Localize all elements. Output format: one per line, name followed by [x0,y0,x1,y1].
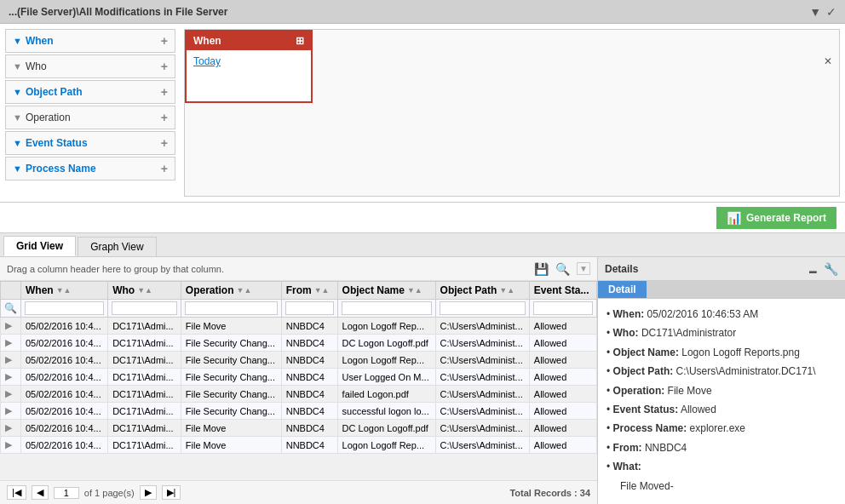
page-number-input[interactable] [54,487,79,499]
details-header-icons: 🗕 🔧 [807,262,838,276]
table-row[interactable]: ▶ 05/02/2016 10:4... DC171\Admi... File … [1,437,597,454]
data-table: When ▼▲ Who ▼▲ [0,281,597,454]
filter-label-event-status: ▼ Event Status [13,137,88,149]
search-input-from[interactable] [285,301,334,315]
detail-bullet: • [606,404,613,415]
col-header-event-status[interactable]: Event Sta... [529,282,596,300]
filter-panel: ▼ When + ▼ Who + ▼ Object Path + [0,24,845,203]
details-settings-icon[interactable]: 🔧 [824,262,838,276]
col-header-object-name[interactable]: Object Name ▼▲ [337,282,435,300]
cell-from: NNBDC4 [281,420,337,437]
table-row[interactable]: ▶ 05/02/2016 10:4... DC171\Admi... File … [1,420,597,437]
scroll-down-icon[interactable]: ▼ [577,262,590,275]
filter-add-when[interactable]: + [161,34,168,48]
detail-bullet: • [606,346,613,358]
page-prev-button[interactable]: ◀ [32,485,49,500]
cell-from: NNBDC4 [281,335,337,352]
search-filter-row: 🔍 [1,300,597,318]
filter-icon[interactable]: ▼ [809,5,821,19]
search-input-operation[interactable] [185,301,278,315]
filter-item-process-name[interactable]: ▼ Process Name + [5,157,175,180]
detail-bullet: • [606,365,613,377]
page-first-button[interactable]: |◀ [7,485,26,500]
details-minimize-icon[interactable]: 🗕 [807,262,819,276]
filter-add-who[interactable]: + [161,60,168,73]
cell-operation: File Move [181,420,281,437]
when-remove-icon[interactable]: ✕ [824,55,832,67]
col-header-operation[interactable]: Operation ▼▲ [181,282,281,300]
when-card-close-icon[interactable]: ⊞ [296,35,304,47]
search-cell-object-path[interactable] [435,300,529,318]
save-icon[interactable]: 💾 [534,262,549,276]
cell-when: 05/02/2016 10:4... [21,318,108,335]
when-card: When ⊞ Today [185,30,313,103]
funnel-icon-operation: ▼ [13,112,22,123]
cell-when: 05/02/2016 10:4... [21,420,108,437]
details-tab-detail[interactable]: Detail [598,281,647,298]
col-header-who[interactable]: Who ▼▲ [108,282,181,300]
table-row[interactable]: ▶ 05/02/2016 10:4... DC171\Admi... File … [1,403,597,420]
search-input-when[interactable] [25,301,104,315]
table-container: When ▼▲ Who ▼▲ [0,281,597,480]
col-header-when[interactable]: When ▼▲ [21,282,108,300]
search-icon-expand: 🔍 [4,302,17,314]
detail-field: • Object Path: C:\Users\Administrator.DC… [606,363,836,380]
search-cell-who[interactable] [108,300,181,318]
table-row[interactable]: ▶ 05/02/2016 10:4... DC171\Admi... File … [1,335,597,352]
table-row[interactable]: ▶ 05/02/2016 10:4... DC171\Admi... File … [1,369,597,386]
table-row[interactable]: ▶ 05/02/2016 10:4... DC171\Admi... File … [1,352,597,369]
filter-label-operation: ▼ Operation [13,112,71,123]
filter-item-object-path[interactable]: ▼ Object Path + [5,80,175,104]
detail-key: Process Name: [613,422,687,434]
tab-graph-view[interactable]: Graph View [78,237,156,256]
filter-add-operation[interactable]: + [161,111,168,124]
search-expand-cell: 🔍 [1,300,21,318]
search-input-object-path[interactable] [440,301,526,315]
cell-who: DC171\Admi... [108,437,181,454]
cell-who: DC171\Admi... [108,386,181,403]
when-card-title: When [193,35,221,47]
col-header-from[interactable]: From ▼▲ [281,282,337,300]
search-cell-when[interactable] [21,300,108,318]
filter-label-when: ▼ When [13,35,54,47]
details-title: Details [605,263,638,275]
table-row[interactable]: ▶ 05/02/2016 10:4... DC171\Admi... File … [1,386,597,403]
col-header-object-path[interactable]: Object Path ▼▲ [435,282,529,300]
filter-item-when[interactable]: ▼ When + [5,29,175,53]
search-icon[interactable]: 🔍 [555,262,570,276]
search-cell-event-status[interactable] [529,300,596,318]
page-next-button[interactable]: ▶ [140,485,157,500]
filter-add-event-status[interactable]: + [161,136,168,150]
cell-operation: File Security Chang... [181,403,281,420]
table-row[interactable]: ▶ 05/02/2016 10:4... DC171\Admi... File … [1,318,597,335]
filter-add-process-name[interactable]: + [161,162,168,175]
filter-item-operation[interactable]: ▼ Operation + [5,106,175,129]
cell-from: NNBDC4 [281,369,337,386]
search-cell-from[interactable] [281,300,337,318]
filter-item-who[interactable]: ▼ Who + [5,54,175,78]
cell-who: DC171\Admi... [108,420,181,437]
funnel-icon-event-status: ▼ [13,138,22,148]
search-input-event-status[interactable] [533,301,593,315]
search-cell-object-name[interactable] [337,300,435,318]
sort-icon-operation: ▼▲ [236,286,251,295]
search-input-object-name[interactable] [342,301,432,315]
search-cell-operation[interactable] [181,300,281,318]
cell-when: 05/02/2016 10:4... [21,386,108,403]
when-today-link[interactable]: Today [193,55,221,67]
page-last-button[interactable]: ▶| [162,485,181,500]
cell-event-status: Allowed [529,437,596,454]
tab-grid-view[interactable]: Grid View [3,236,76,256]
filter-list: ▼ When + ▼ Who + ▼ Object Path + [5,29,175,197]
check-icon[interactable]: ✓ [826,5,836,19]
cell-when: 05/02/2016 10:4... [21,335,108,352]
search-input-who[interactable] [112,301,177,315]
detail-value-indent: File Moved- [620,480,674,492]
generate-report-button[interactable]: 📊 Generate Report [716,207,836,229]
filter-item-event-status[interactable]: ▼ Event Status + [5,131,175,155]
funnel-icon-object-path: ▼ [13,87,22,97]
filter-label-object-path: ▼ Object Path [13,86,83,98]
cell-from: NNBDC4 [281,403,337,420]
cell-operation: File Security Chang... [181,352,281,369]
filter-add-object-path[interactable]: + [161,85,168,99]
